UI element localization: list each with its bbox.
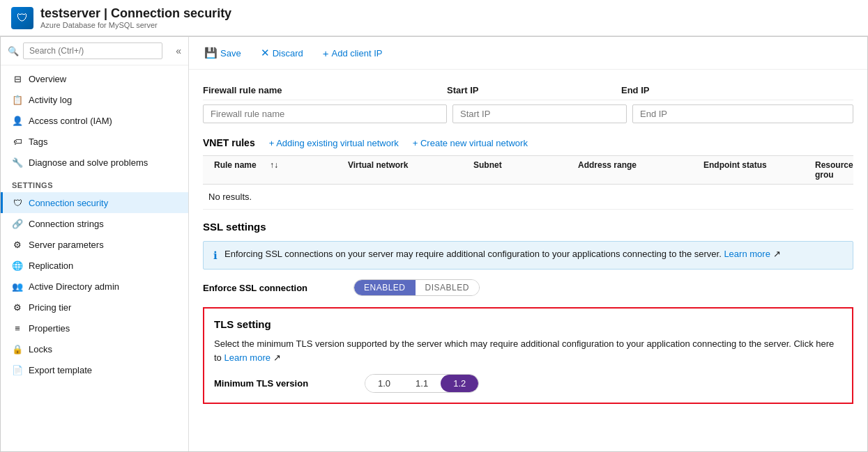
save-label: Save xyxy=(220,48,241,59)
start-ip-input[interactable] xyxy=(452,104,627,123)
sidebar-item-connection-strings[interactable]: 🔗 Connection strings xyxy=(1,213,188,234)
vnet-col-subnet: Subnet xyxy=(468,160,572,180)
diagnose-icon: 🔧 xyxy=(12,157,23,168)
tls-section-title: TLS setting xyxy=(214,318,842,330)
access-control-icon: 👤 xyxy=(12,115,23,126)
discard-icon: ✕ xyxy=(261,47,270,59)
save-button[interactable]: 💾 Save xyxy=(200,44,245,62)
sidebar-item-properties[interactable]: ≡ Properties xyxy=(1,318,188,338)
tls-external-link-icon: ↗ xyxy=(273,352,281,363)
sidebar-collapse-button[interactable]: « xyxy=(176,45,181,56)
vnet-col-virtual-network: Virtual network xyxy=(342,160,468,180)
firewall-section: Firewall rule name Start IP End IP VNET … xyxy=(189,70,867,415)
main-content: 💾 Save ✕ Discard + Add client IP Firewal… xyxy=(189,37,867,451)
end-ip-input[interactable] xyxy=(632,104,853,123)
vnet-no-results: No results. xyxy=(203,185,853,210)
sidebar-item-diagnose[interactable]: 🔧 Diagnose and solve problems xyxy=(1,152,188,173)
sidebar-item-label: Replication xyxy=(29,260,73,271)
sidebar-item-label: Diagnose and solve problems xyxy=(29,157,148,168)
sidebar-item-label: Tags xyxy=(29,137,47,147)
tls-learn-more-link[interactable]: Learn more xyxy=(224,352,270,363)
sidebar-item-export-template[interactable]: 📄 Export template xyxy=(1,359,188,380)
sidebar-item-label: Activity log xyxy=(29,95,72,105)
sidebar-item-label: Server parameters xyxy=(29,240,104,250)
tls-min-version-label: Minimum TLS version xyxy=(214,378,353,389)
sidebar-item-overview[interactable]: ⊟ Overview xyxy=(1,68,188,89)
tls-info-text: Select the minimum TLS version supported… xyxy=(214,337,842,364)
sidebar-item-label: Export template xyxy=(29,365,92,375)
sidebar: 🔍 « ⊟ Overview 📋 Activity log 👤 Access c… xyxy=(1,37,189,451)
firewall-inputs-row xyxy=(203,104,853,123)
sidebar-nav-area: ⊟ Overview 📋 Activity log 👤 Access contr… xyxy=(1,65,188,451)
firewall-rule-name-input[interactable] xyxy=(203,104,447,123)
overview-icon: ⊟ xyxy=(12,73,23,84)
page-title: testserver | Connection security xyxy=(40,6,231,21)
sidebar-item-pricing-tier[interactable]: ⚙ Pricing tier xyxy=(1,297,188,318)
header-title-block: testserver | Connection security Azure D… xyxy=(40,6,231,29)
vnet-col-resource-group: Resource grou xyxy=(809,160,859,180)
sidebar-item-connection-security[interactable]: 🛡 Connection security xyxy=(1,192,188,213)
export-template-icon: 📄 xyxy=(12,364,23,375)
connection-strings-icon: 🔗 xyxy=(12,218,23,229)
app-header: 🛡 testserver | Connection security Azure… xyxy=(0,0,868,36)
enforce-ssl-row: Enforce SSL connection ENABLED DISABLED xyxy=(203,279,853,296)
ssl-learn-more-link[interactable]: Learn more xyxy=(724,249,770,259)
settings-section-title: Settings xyxy=(1,173,188,192)
ssl-section: SSL settings ℹ Enforcing SSL connections… xyxy=(203,221,853,296)
active-directory-icon: 👥 xyxy=(12,281,23,292)
vnet-header: VNET rules + Adding existing virtual net… xyxy=(203,137,853,148)
sidebar-item-label: Properties xyxy=(29,323,70,334)
connection-security-icon: 🛡 xyxy=(12,197,23,208)
sidebar-item-server-parameters[interactable]: ⚙ Server parameters xyxy=(1,234,188,255)
tls-version-1-2[interactable]: 1.2 xyxy=(441,375,478,392)
server-parameters-icon: ⚙ xyxy=(12,239,23,250)
create-new-vnet-link[interactable]: + Create new virtual network xyxy=(413,138,528,148)
ssl-enabled-toggle[interactable]: ENABLED xyxy=(354,280,416,295)
tls-version-1-1[interactable]: 1.1 xyxy=(403,375,441,392)
toolbar: 💾 Save ✕ Discard + Add client IP xyxy=(189,37,867,70)
add-client-ip-button[interactable]: + Add client IP xyxy=(319,45,387,62)
sidebar-item-activity-log[interactable]: 📋 Activity log xyxy=(1,89,188,110)
ssl-info-box: ℹ Enforcing SSL connections on your serv… xyxy=(203,241,853,270)
sidebar-item-tags[interactable]: 🏷 Tags xyxy=(1,131,188,152)
add-icon: + xyxy=(323,47,329,59)
sidebar-item-label: Pricing tier xyxy=(29,302,71,313)
add-existing-vnet-link[interactable]: + Adding existing virtual network xyxy=(269,138,399,148)
sort-icon: ↑↓ xyxy=(264,160,284,170)
ssl-disabled-toggle[interactable]: DISABLED xyxy=(416,280,479,295)
ssl-section-title: SSL settings xyxy=(203,221,853,233)
tags-icon: 🏷 xyxy=(12,136,23,147)
sidebar-item-access-control[interactable]: 👤 Access control (IAM) xyxy=(1,110,188,131)
info-icon: ℹ xyxy=(213,249,218,262)
sidebar-item-label: Connection strings xyxy=(29,219,104,229)
discard-button[interactable]: ✕ Discard xyxy=(257,44,307,62)
properties-icon: ≡ xyxy=(12,322,23,334)
sidebar-item-label: Access control (IAM) xyxy=(29,116,112,126)
search-icon: 🔍 xyxy=(8,46,19,56)
sidebar-item-replication[interactable]: 🌐 Replication xyxy=(1,255,188,276)
tls-section: TLS setting Select the minimum TLS versi… xyxy=(203,307,853,404)
page-subtitle: Azure Database for MySQL server xyxy=(40,21,231,29)
tls-version-row: Minimum TLS version 1.0 1.1 1.2 xyxy=(214,374,842,393)
firewall-table-header: Firewall rule name Start IP End IP xyxy=(203,81,853,100)
search-input[interactable] xyxy=(23,42,162,59)
add-client-ip-label: Add client IP xyxy=(331,48,382,59)
activity-log-icon: 📋 xyxy=(12,94,23,105)
ssl-toggle-group: ENABLED DISABLED xyxy=(353,279,480,296)
vnet-col-endpoint-status: Endpoint status xyxy=(698,160,809,180)
locks-icon: 🔒 xyxy=(12,343,23,354)
discard-label: Discard xyxy=(273,48,303,59)
vnet-section: VNET rules + Adding existing virtual net… xyxy=(203,137,853,210)
save-icon: 💾 xyxy=(204,47,218,59)
vnet-col-rule-name: Rule name ↑↓ xyxy=(203,160,342,180)
end-ip-header: End IP xyxy=(621,85,853,95)
sidebar-item-label: Overview xyxy=(29,74,66,84)
tls-version-1-0[interactable]: 1.0 xyxy=(365,375,403,392)
sidebar-item-locks[interactable]: 🔒 Locks xyxy=(1,338,188,359)
replication-icon: 🌐 xyxy=(12,260,23,271)
sidebar-item-label: Active Directory admin xyxy=(29,281,119,292)
sidebar-item-label: Locks xyxy=(29,344,52,354)
sidebar-item-active-directory[interactable]: 👥 Active Directory admin xyxy=(1,276,188,297)
vnet-table-header: Rule name ↑↓ Virtual network Subnet Addr… xyxy=(203,155,853,185)
enforce-ssl-label: Enforce SSL connection xyxy=(203,283,342,293)
